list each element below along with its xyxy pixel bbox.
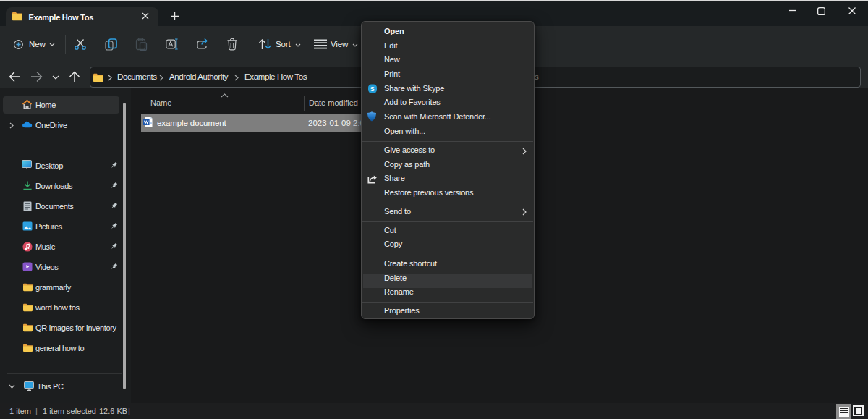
svg-text:S: S [370, 85, 375, 93]
